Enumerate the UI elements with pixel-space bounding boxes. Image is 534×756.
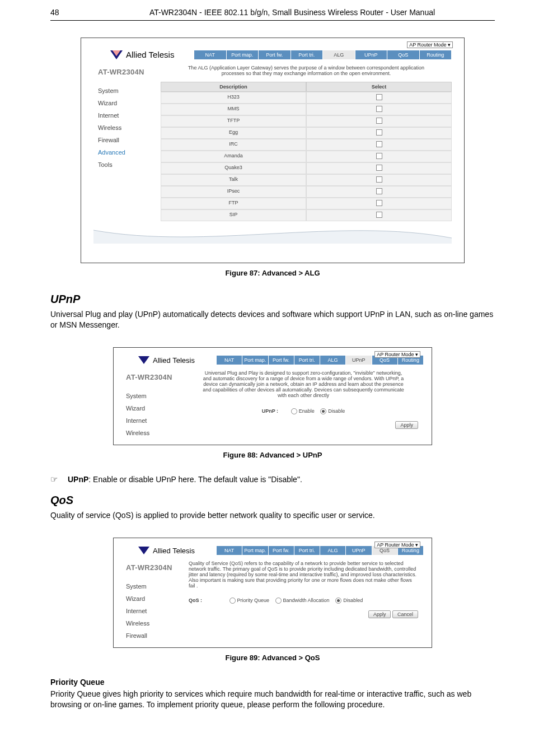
alg-checkbox[interactable] [376,141,382,147]
tab-upnp[interactable]: UPnP [346,356,372,365]
figure-87-caption: Figure 87: Advanced > ALG [50,269,495,277]
page-title: AT-WR2304N - IEEE 802.11 b/g/n, Small Bu… [90,8,495,17]
radio-priority-queue[interactable] [229,598,236,604]
sidebar-item-wizard[interactable]: Wizard [121,592,183,605]
sidebar-item-firewall[interactable]: Firewall [121,629,183,642]
tab-porttri[interactable]: Port tri. [294,546,320,555]
sidebar-item-system[interactable]: System [121,390,183,402]
radio-disabled[interactable] [335,598,341,604]
qos-field-label: QoS : [189,598,217,603]
screenshot-alg: AP Router Mode ▾ Allied Telesis NAT Port… [81,38,465,263]
sidebar-item-internet[interactable]: Internet [93,109,161,122]
brand-text: Allied Telesis [153,547,195,555]
alg-checkbox[interactable] [376,118,382,124]
sidebar-item-wizard[interactable]: Wizard [93,97,161,109]
upnp-shot-description: Universal Plug and Play is designed to s… [183,368,424,404]
tab-porttri[interactable]: Port tri. [294,356,320,365]
sidebar-item-firewall[interactable]: Firewall [93,134,161,146]
radio-disable[interactable] [320,408,326,414]
radio-ba-label: Bandwidth Allocation [283,598,330,603]
alg-row-label: H323 [161,92,306,104]
tab-portmap[interactable]: Port map. [242,356,268,365]
alg-checkbox[interactable] [376,94,382,100]
col-description: Description [161,82,306,92]
alg-row-label: MMS [161,104,306,115]
qos-paragraph: Quality of service (QoS) is applied to p… [50,510,495,521]
col-select: Select [306,82,452,92]
sidebar-item-advanced[interactable]: Advanced [93,146,161,158]
section-heading-qos: QoS [50,494,495,507]
mode-selector[interactable]: AP Router Mode ▾ [374,351,420,358]
tab-portmap[interactable]: Port map. [242,546,268,555]
alg-checkbox[interactable] [376,129,382,136]
radio-pq-label: Priority Queue [237,598,270,603]
logo-icon [138,356,149,364]
tab-portfw[interactable]: Port fw. [269,546,294,555]
mode-selector[interactable]: AP Router Mode ▾ [407,41,453,48]
page-number: 48 [50,8,90,17]
cancel-button[interactable]: Cancel [392,610,418,618]
tab-portfw[interactable]: Port fw. [259,50,291,59]
radio-dis-label: Disabled [343,598,363,603]
tab-alg[interactable]: ALG [320,356,346,365]
tab-bar: NAT Port map. Port fw. Port tri. ALG UPn… [194,50,452,59]
section-heading-upnp: UPnP [50,293,495,306]
brand-text: Allied Telesis [153,356,195,365]
alg-row-label: SIP [161,209,306,221]
alg-checkbox[interactable] [376,106,382,112]
radio-bandwidth-alloc[interactable] [275,598,282,604]
brand-text: Allied Telesis [126,50,174,59]
svg-marker-3 [138,356,149,364]
figure-88-caption: Figure 88: Advanced > UPnP [50,451,495,459]
model-label: AT-WR2304N [121,561,183,575]
logo-icon [110,50,123,59]
alg-checkbox[interactable] [376,188,382,194]
upnp-bullet: UPnP: Enable or disable UPnP here. The d… [68,475,302,484]
sidebar-item-system[interactable]: System [93,85,161,97]
tab-nat[interactable]: NAT [194,50,227,59]
tab-upnp[interactable]: UPnP [346,546,372,555]
sidebar-item-wireless[interactable]: Wireless [93,122,161,134]
tab-nat[interactable]: NAT [217,546,242,555]
radio-enable[interactable] [291,408,297,414]
tab-routing[interactable]: Routing [420,50,452,59]
sidebar-item-wireless[interactable]: Wireless [121,617,183,629]
sidebar-item-wireless[interactable]: Wireless [121,427,183,439]
alg-checkbox[interactable] [376,212,382,218]
sidebar-item-tools[interactable]: Tools [93,158,161,171]
sidebar-item-internet[interactable]: Internet [121,605,183,617]
alg-row-label: Talk [161,174,306,186]
upnp-field-label: UPnP : [262,408,278,414]
alg-checkbox[interactable] [376,200,382,206]
alg-checkbox[interactable] [376,165,382,171]
alg-row-label: Quake3 [161,162,306,174]
alg-checkbox[interactable] [376,153,382,159]
model-label: AT-WR2304N [93,65,161,79]
apply-button[interactable]: Apply [368,610,391,618]
alg-row-label: TFTP [161,115,306,127]
sidebar-item-wizard[interactable]: Wizard [121,402,183,414]
tab-alg[interactable]: ALG [323,50,355,59]
radio-disable-label: Disable [328,408,345,414]
tab-portmap[interactable]: Port map. [227,50,259,59]
tab-portfw[interactable]: Port fw. [269,356,294,365]
priority-queue-paragraph: Priority Queue gives high priority to se… [50,689,495,710]
tab-alg[interactable]: ALG [320,546,346,555]
radio-enable-label: Enable [299,408,315,414]
mode-selector[interactable]: AP Router Mode ▾ [374,542,420,548]
sidebar-item-internet[interactable]: Internet [121,414,183,427]
sidebar-item-system[interactable]: System [121,580,183,592]
screenshot-qos: AP Router Mode ▾ Allied Telesis NAT Port… [113,538,432,648]
upnp-paragraph: Universal Plug and play (UPnP) automatic… [50,309,495,330]
pointer-icon: ☞ [50,475,58,483]
tab-qos[interactable]: QoS [387,50,420,59]
tab-upnp[interactable]: UPnP [355,50,388,59]
svg-marker-4 [138,547,149,554]
tab-porttri[interactable]: Port tri. [291,50,324,59]
alg-row-label: Amanda [161,151,306,162]
tab-nat[interactable]: NAT [217,356,242,365]
alg-row-label: IPsec [161,186,306,198]
qos-shot-description: Quality of Service (QoS) refers to the c… [183,558,424,593]
apply-button[interactable]: Apply [395,421,418,429]
alg-checkbox[interactable] [376,176,382,183]
